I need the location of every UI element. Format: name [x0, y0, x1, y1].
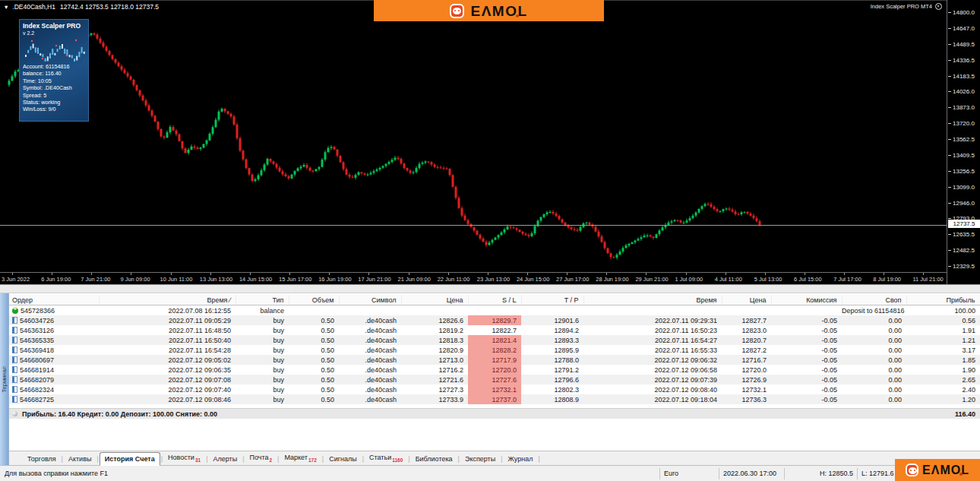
cell-swap: 0.00: [842, 345, 906, 355]
cell-volume: 0.50: [289, 375, 339, 384]
time-axis-label: 4 Jul 11:00: [715, 276, 742, 283]
cell-swap: Deposit to 61154816: [842, 305, 906, 316]
status-low: L: 12791.6: [857, 468, 896, 479]
scalper-info-line: balance: 116.40: [23, 70, 85, 77]
col-header-commission[interactable]: Комиссия: [771, 295, 842, 305]
indicator-title: Index Scalper PRO MT4: [871, 3, 932, 10]
cell-order: 546680697: [9, 355, 99, 365]
table-row[interactable]: 5457283662022.07.08 16:12:55balanceDepos…: [9, 305, 980, 316]
brand-letter: O: [505, 4, 517, 18]
table-row[interactable]: 5466823242022.07.12 09:07:40buy0.50.de40…: [9, 384, 980, 394]
cell-close_price: 12732.1: [722, 384, 771, 394]
tab-mail[interactable]: Почта2: [245, 451, 277, 465]
brand-letter: L: [517, 4, 527, 18]
cell-volume: 0.50: [289, 335, 339, 345]
cell-order: 546682725: [9, 394, 99, 404]
brand-letter: M: [940, 464, 950, 476]
table-row[interactable]: 5466806972022.07.12 09:05:02buy0.50.de40…: [9, 355, 980, 365]
time-axis[interactable]: 3 Jun 20226 Jun 19:007 Jun 21:009 Jun 09…: [0, 272, 947, 284]
col-header-close_price[interactable]: Цена: [722, 295, 771, 305]
terminal-side-strip: Терминал: [0, 293, 9, 465]
chart-terminal-splitter[interactable]: [0, 284, 980, 293]
cell-commission: -0.05: [771, 365, 842, 375]
table-row[interactable]: 5463631262022.07.11 16:48:50buy0.50.de40…: [9, 325, 980, 335]
cell-tp: 12894.2: [521, 325, 583, 335]
tab-market[interactable]: Маркет172: [280, 451, 321, 465]
table-row[interactable]: 5463694182022.07.11 16:54:28buy0.50.de40…: [9, 345, 980, 355]
price-axis[interactable]: 12737.5 14800.014647.014489.514336.51418…: [947, 0, 980, 284]
chart-corner-label: Index Scalper PRO MT4: [871, 3, 942, 10]
cell-symbol: .de40cash: [339, 355, 401, 365]
time-axis-label: 6 Jun 19:00: [41, 276, 71, 283]
table-row[interactable]: 5466827252022.07.12 09:08:46buy0.50.de40…: [9, 394, 980, 404]
cell-order: 546681914: [9, 365, 99, 375]
time-axis-label: 21 Jun 09:00: [398, 276, 431, 283]
table-row[interactable]: 5466819142022.07.12 09:06:35buy0.50.de40…: [9, 365, 980, 375]
time-axis-label: 11 Jul 21:00: [912, 276, 943, 283]
price-axis-label: 13099.0: [953, 184, 975, 191]
tab-library[interactable]: Библиотека: [411, 453, 457, 465]
col-header-order[interactable]: Ордер: [9, 295, 99, 305]
table-row[interactable]: 5460347262022.07.11 09:05:29buy0.50.de40…: [9, 315, 980, 325]
col-header-close_time[interactable]: Время: [583, 295, 722, 305]
col-header-volume[interactable]: Объем: [289, 295, 339, 305]
terminal-panel: Терминал ОрдерВремя ∕ТипОбъемСимволЦенаS…: [0, 293, 980, 465]
tab-signals[interactable]: Сигналы: [324, 453, 362, 465]
cell-close_time: 2022.07.12 09:06:32: [583, 355, 722, 365]
table-row[interactable]: 5466820792022.07.12 09:07:08buy0.50.de40…: [9, 375, 980, 384]
col-header-open_time[interactable]: Время ∕: [99, 295, 236, 305]
cell-tp: 12796.6: [521, 375, 583, 384]
cell-order: 546365335: [9, 335, 99, 345]
scalper-info-line: Status: working: [23, 99, 85, 106]
cell-open_time: 2022.07.12 09:07:08: [99, 375, 236, 384]
cell-close_time: 2022.07.12 09:18:04: [583, 394, 722, 404]
tab-account-history[interactable]: История Счета: [100, 452, 160, 466]
cell-open_price: 12826.6: [401, 315, 468, 325]
chart-area[interactable]: ▾ .DE40Cash,H1 12742.4 12753.5 12718.0 1…: [0, 0, 980, 284]
cell-volume: 0.50: [289, 384, 339, 394]
col-header-open_price[interactable]: Цена: [401, 295, 468, 305]
time-axis-label: 15 Jun 17:00: [279, 276, 311, 283]
cell-volume: 0.50: [289, 365, 339, 375]
col-header-tp[interactable]: T / P: [521, 295, 583, 305]
col-header-sl[interactable]: S / L: [468, 295, 521, 305]
cell-swap: 0.00: [842, 355, 906, 365]
price-axis-label: 13409.5: [953, 152, 975, 159]
cell-order: 546034726: [9, 315, 99, 325]
eamol-banner: EΛMOL: [374, 0, 604, 21]
cell-tp: 12788.0: [521, 355, 583, 365]
table-row[interactable]: 5463653352022.07.11 16:50:40buy0.50.de40…: [9, 335, 980, 345]
cell-type: buy: [236, 394, 289, 404]
brand-letter: M: [492, 4, 505, 18]
cell-tp: 12808.9: [521, 394, 583, 404]
scalper-mini-chart: [23, 36, 85, 62]
scalper-info-line: Time: 10:05: [23, 78, 85, 84]
cell-commission: [771, 305, 842, 316]
candlestick-chart[interactable]: [0, 1, 947, 273]
col-header-type[interactable]: Тип: [236, 295, 289, 305]
cell-order: 546363126: [9, 325, 99, 335]
tab-experts[interactable]: Эксперты: [460, 453, 500, 465]
tab-articles[interactable]: Статьи1160: [365, 451, 407, 465]
cell-tp: 12901.6: [521, 315, 583, 325]
time-axis-label: 1 Jul 09:00: [675, 276, 703, 283]
price-axis-label: 13720.0: [953, 120, 975, 127]
price-axis-label: 14647.0: [953, 25, 975, 32]
price-axis-label: 12946.0: [953, 200, 975, 207]
cell-close_price: 12823.0: [722, 325, 771, 335]
chart-dropdown-icon[interactable]: ▾: [5, 3, 8, 11]
cell-volume: [289, 305, 339, 316]
cell-open_time: 2022.07.08 16:12:55: [99, 305, 236, 316]
tab-journal[interactable]: Журнал: [504, 453, 538, 465]
col-header-swap[interactable]: Своп: [842, 295, 906, 305]
col-header-symbol[interactable]: Символ: [339, 295, 401, 305]
tab-alerts[interactable]: Алерты: [208, 453, 242, 465]
col-header-profit[interactable]: Прибыль: [906, 295, 980, 305]
tab-trade[interactable]: Торговля: [23, 453, 61, 465]
tab-assets[interactable]: Активы: [64, 453, 96, 465]
tab-news[interactable]: Новости31: [163, 451, 205, 465]
cell-open_time: 2022.07.11 09:05:29: [99, 315, 236, 325]
cell-sl: 12727.6: [468, 375, 521, 384]
cell-order: 546369418: [9, 345, 99, 355]
cell-order: 546682079: [9, 375, 99, 384]
